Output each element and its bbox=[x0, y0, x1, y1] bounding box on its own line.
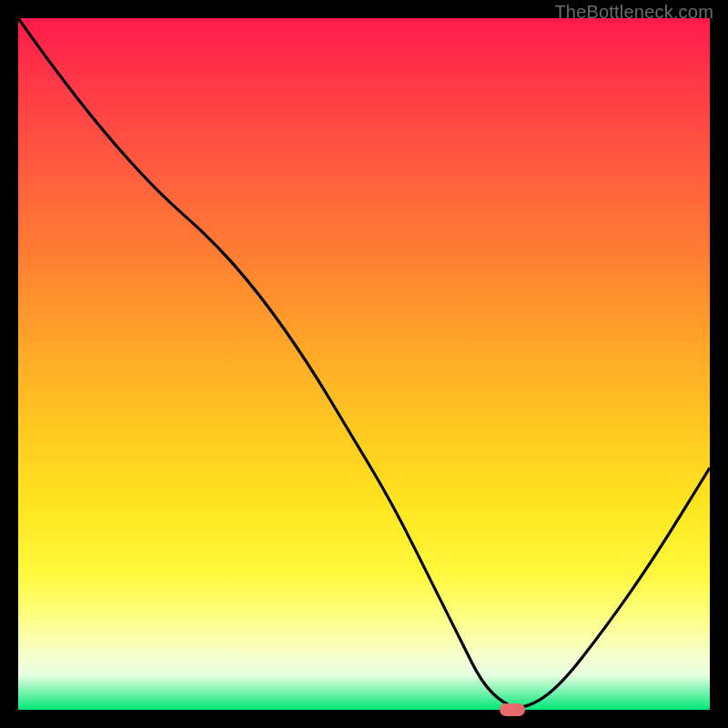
chart-curve-svg bbox=[18, 18, 710, 710]
bottleneck-curve bbox=[18, 18, 710, 707]
optimal-point-marker bbox=[500, 703, 525, 716]
chart-frame bbox=[18, 18, 710, 710]
